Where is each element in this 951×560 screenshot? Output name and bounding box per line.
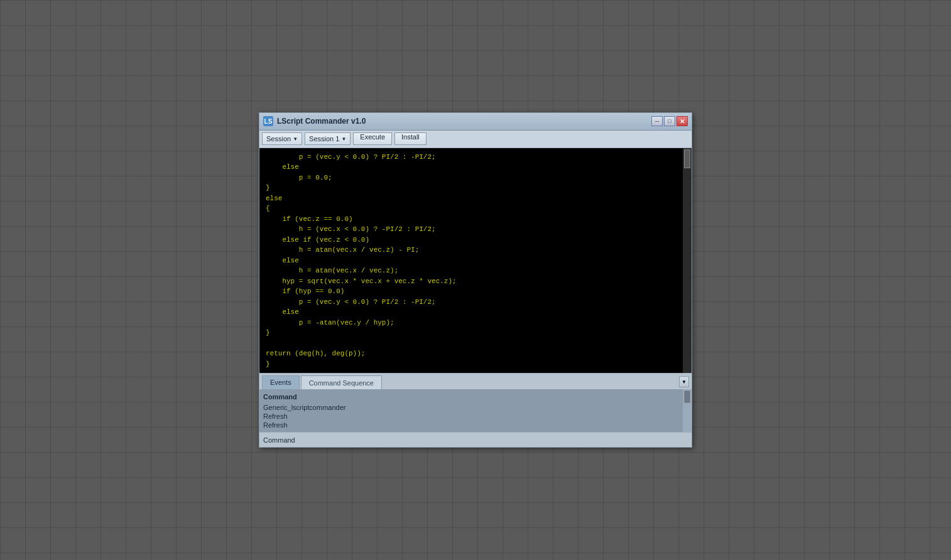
events-scrollbar[interactable] (683, 389, 692, 432)
session-dropdown-label: Session (266, 135, 291, 143)
close-button[interactable]: ✕ (677, 116, 688, 126)
minimize-button[interactable]: ─ (651, 116, 663, 126)
events-panel: Command Generic_lscriptcommander Refresh… (259, 389, 692, 432)
execute-button[interactable]: Execute (353, 132, 392, 145)
menu-bar: Session ▼ Session 1 ▼ Execute Install (259, 131, 692, 148)
app-icon: LS (263, 116, 273, 126)
list-item[interactable]: Refresh (263, 412, 679, 421)
main-window: LS LScript Commander v1.0 ─ □ ✕ Session … (259, 112, 692, 448)
code-editor[interactable]: p = (vec.y < 0.0) ? PI/2 : -PI/2; else p… (259, 148, 692, 374)
window-title: LScript Commander v1.0 (277, 117, 651, 126)
session-dropdown-arrow: ▼ (293, 136, 298, 142)
session1-dropdown-label: Session 1 (309, 135, 339, 143)
code-scrollbar[interactable] (683, 148, 692, 374)
app-icon-text: LS (264, 118, 273, 125)
command-label: Command (263, 436, 295, 444)
events-content: Command Generic_lscriptcommander Refresh… (259, 389, 683, 432)
tab-command-sequence[interactable]: Command Sequence (301, 375, 382, 389)
code-scroll-thumb[interactable] (684, 149, 690, 168)
tab-command-sequence-label: Command Sequence (309, 379, 374, 387)
tab-scroll-arrow[interactable]: ▼ (679, 376, 689, 387)
events-list: Generic_lscriptcommander Refresh Refresh (263, 403, 679, 429)
title-controls: ─ □ ✕ (651, 116, 688, 126)
list-item[interactable]: Refresh (263, 421, 679, 429)
install-button[interactable]: Install (394, 132, 427, 145)
session1-dropdown[interactable]: Session 1 ▼ (305, 132, 351, 145)
events-header: Command (263, 392, 679, 403)
session1-dropdown-arrow: ▼ (341, 136, 346, 142)
list-item[interactable]: Generic_lscriptcommander (263, 403, 679, 412)
tab-events[interactable]: Events (262, 375, 300, 389)
session-dropdown[interactable]: Session ▼ (262, 132, 302, 145)
title-bar: LS LScript Commander v1.0 ─ □ ✕ (259, 113, 692, 131)
tab-events-label: Events (270, 379, 291, 386)
code-content: p = (vec.y < 0.0) ? PI/2 : -PI/2; else p… (259, 148, 683, 374)
tabs-area: Events Command Sequence ▼ (259, 373, 692, 389)
events-scroll-thumb[interactable] (684, 390, 690, 403)
maximize-button[interactable]: □ (664, 116, 675, 126)
command-bar: Command (259, 432, 692, 447)
